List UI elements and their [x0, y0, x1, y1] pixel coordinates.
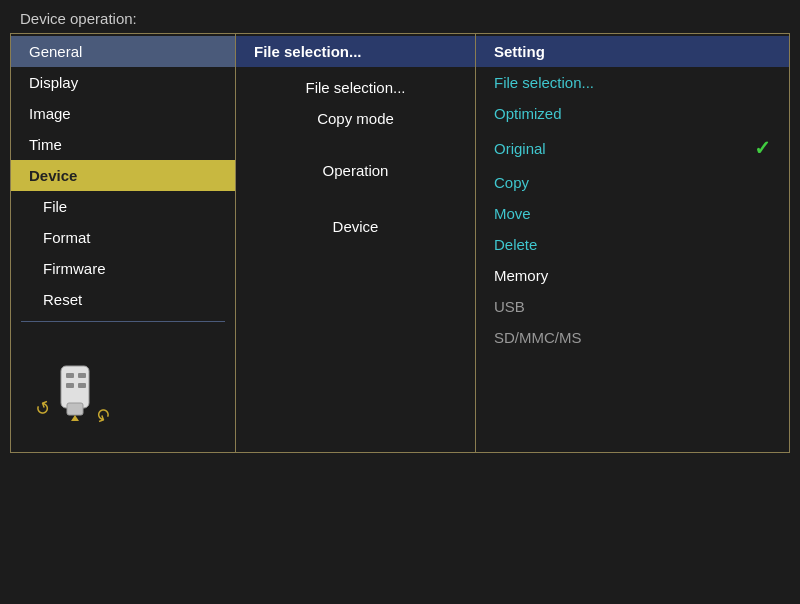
sidebar-item-time[interactable]: Time: [11, 129, 235, 160]
mid-item-operation[interactable]: Operation: [236, 148, 475, 186]
usb-icon-area: ↺ ↺: [11, 336, 235, 446]
screen: Device operation: General Display Image …: [0, 0, 800, 604]
sidebar-item-device[interactable]: Device: [11, 160, 235, 191]
mid-item-copy-mode[interactable]: Copy mode: [236, 103, 475, 134]
mid-column: File selection... File selection... Copy…: [236, 34, 476, 452]
svg-rect-4: [66, 373, 74, 378]
right-header: Setting: [476, 36, 789, 67]
right-item-file-selection[interactable]: File selection...: [476, 67, 789, 98]
sidebar-item-file[interactable]: File: [11, 191, 235, 222]
right-item-delete[interactable]: Delete: [476, 229, 789, 260]
svg-marker-8: [71, 415, 79, 421]
sidebar-item-image[interactable]: Image: [11, 98, 235, 129]
right-column: Setting File selection... Optimized Orig…: [476, 34, 789, 452]
sidebar-item-general[interactable]: General: [11, 36, 235, 67]
right-item-original[interactable]: Original ✓: [476, 129, 789, 167]
mid-item-device[interactable]: Device: [236, 200, 475, 242]
left-column: General Display Image Time Device File F…: [11, 34, 236, 452]
svg-rect-3: [67, 403, 83, 415]
sidebar-item-firmware[interactable]: Firmware: [11, 253, 235, 284]
left-divider: [21, 321, 225, 322]
sidebar-item-display[interactable]: Display: [11, 67, 235, 98]
sidebar-item-reset[interactable]: Reset: [11, 284, 235, 315]
menu-columns: General Display Image Time Device File F…: [10, 33, 790, 453]
svg-text:↺: ↺: [93, 402, 114, 426]
right-item-memory[interactable]: Memory: [476, 260, 789, 291]
right-item-original-label: Original: [494, 140, 546, 157]
mid-header[interactable]: File selection...: [236, 36, 475, 67]
svg-rect-6: [66, 383, 74, 388]
right-item-usb[interactable]: USB: [476, 291, 789, 322]
right-item-optimized[interactable]: Optimized: [476, 98, 789, 129]
page-title: Device operation:: [0, 0, 800, 33]
usb-rotating-icon: ↺ ↺: [31, 351, 121, 431]
right-item-sdmmc[interactable]: SD/MMC/MS: [476, 322, 789, 353]
checkmark-icon: ✓: [754, 136, 771, 160]
svg-rect-7: [78, 383, 86, 388]
mid-item-file-selection[interactable]: File selection...: [236, 67, 475, 103]
svg-rect-5: [78, 373, 86, 378]
right-item-move[interactable]: Move: [476, 198, 789, 229]
right-item-copy[interactable]: Copy: [476, 167, 789, 198]
svg-text:↺: ↺: [33, 397, 54, 421]
sidebar-item-format[interactable]: Format: [11, 222, 235, 253]
